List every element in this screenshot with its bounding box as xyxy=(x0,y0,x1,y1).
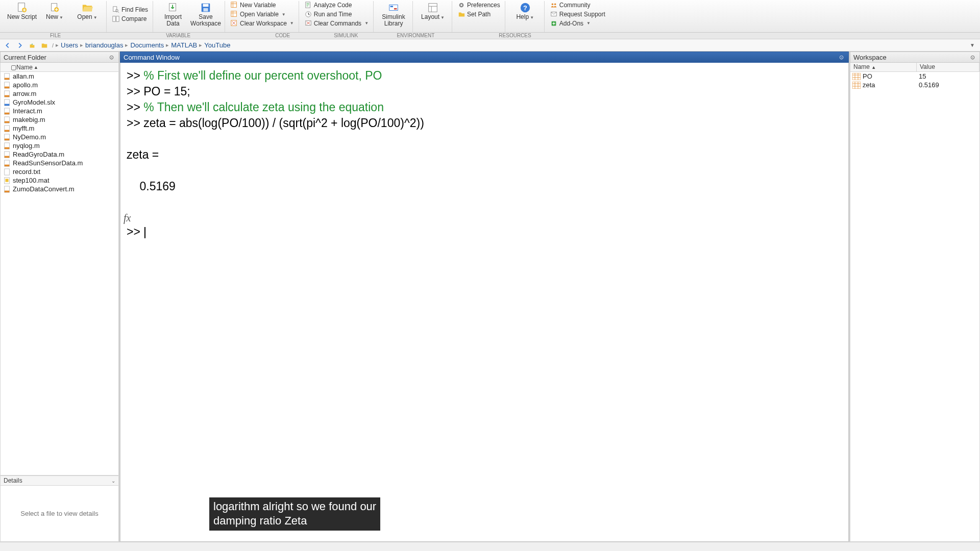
path-root-sep: / xyxy=(52,42,54,48)
workspace-columns[interactable]: Name ▲ Value xyxy=(850,63,980,72)
file-name: nyqlog.m xyxy=(13,142,40,149)
compare-icon xyxy=(112,15,119,22)
file-item[interactable]: nyqlog.m xyxy=(1,141,118,150)
breadcrumb-seg-0[interactable]: Users xyxy=(61,41,78,49)
import-data-button[interactable]: Import Data xyxy=(157,1,189,28)
workspace-header[interactable]: Workspace ⊙ xyxy=(850,52,980,63)
breadcrumb-seg-3[interactable]: MATLAB xyxy=(171,41,197,49)
simulink-icon xyxy=(388,2,399,13)
svg-rect-46 xyxy=(5,138,10,140)
command-window-body[interactable]: >> % First we'll define our percent over… xyxy=(120,63,849,542)
browse-folder-button[interactable] xyxy=(40,41,49,50)
file-icon xyxy=(4,151,11,158)
simulink-library-button[interactable]: Simulink Library xyxy=(378,1,409,28)
svg-text:?: ? xyxy=(523,4,527,12)
new-script-icon xyxy=(16,2,28,13)
file-item[interactable]: ZumoDataConvert.m xyxy=(1,185,118,193)
community-button[interactable]: Community xyxy=(549,1,607,10)
command-window-header[interactable]: Command Window ⊙ xyxy=(120,52,849,63)
address-bar: /▸ Users▸ briandouglas▸ Documents▸ MATLA… xyxy=(0,39,980,52)
svg-rect-32 xyxy=(5,78,10,80)
addons-icon xyxy=(550,20,557,27)
svg-point-28 xyxy=(554,4,556,6)
save-workspace-button[interactable]: Save Workspace xyxy=(190,1,222,28)
fx-indicator[interactable]: fx xyxy=(124,211,836,225)
breadcrumb-seg-4[interactable]: YouTube xyxy=(204,41,230,49)
file-name: step100.mat xyxy=(13,177,50,184)
nav-forward-button[interactable] xyxy=(15,41,24,50)
svg-rect-57 xyxy=(5,190,10,192)
file-icon xyxy=(4,90,11,97)
svg-rect-12 xyxy=(203,8,208,11)
nav-up-button[interactable] xyxy=(28,41,37,50)
new-button[interactable]: New▼ xyxy=(39,1,70,28)
file-item[interactable]: record.txt xyxy=(1,167,118,176)
details-header[interactable]: Details ⌄ xyxy=(0,475,119,486)
svg-rect-50 xyxy=(5,156,10,158)
set-path-button[interactable]: Set Path xyxy=(456,10,502,19)
open-variable-button[interactable]: Open Variable▼ xyxy=(229,10,296,19)
svg-rect-19 xyxy=(389,5,398,11)
support-icon xyxy=(550,11,557,18)
workspace-var-list[interactable]: PO15zeta0.5169 xyxy=(850,72,980,542)
clear-workspace-button[interactable]: Clear Workspace▼ xyxy=(229,19,296,28)
file-item[interactable]: myfft.m xyxy=(1,124,118,133)
current-folder-column-header[interactable]: ▢ Name▲ xyxy=(0,63,119,72)
variable-value: 0.5169 xyxy=(916,81,979,89)
svg-rect-44 xyxy=(5,130,10,132)
help-button[interactable]: ? Help▼ xyxy=(509,1,541,28)
clear-commands-button[interactable]: Clear Commands▼ xyxy=(303,19,370,28)
set-path-icon xyxy=(458,11,465,18)
current-folder-file-list[interactable]: allan.mapollo.marrow.mGyroModel.slxInter… xyxy=(0,72,119,475)
panel-actions-icon[interactable]: ⊙ xyxy=(968,53,976,61)
svg-rect-53 xyxy=(5,168,10,174)
file-name: record.txt xyxy=(13,168,40,176)
file-item[interactable]: apollo.m xyxy=(1,81,118,89)
file-name: apollo.m xyxy=(13,81,38,89)
addons-button[interactable]: Add-Ons▼ xyxy=(549,19,607,28)
preferences-button[interactable]: Preferences xyxy=(456,1,502,10)
gear-icon xyxy=(458,2,465,9)
svg-rect-52 xyxy=(5,164,10,166)
file-item[interactable]: step100.mat xyxy=(1,176,118,185)
analyze-code-button[interactable]: Analyze Code xyxy=(303,1,370,10)
variable-icon xyxy=(852,82,861,89)
compare-button[interactable]: Compare xyxy=(111,15,150,23)
workspace-variable-row[interactable]: zeta0.5169 xyxy=(850,81,979,89)
path-dropdown[interactable]: ▼ xyxy=(968,42,977,48)
file-icon xyxy=(4,73,11,80)
current-folder-header[interactable]: Current Folder ⊙ xyxy=(0,52,119,63)
file-name: myfft.m xyxy=(13,124,34,132)
svg-rect-5 xyxy=(113,7,117,12)
file-item[interactable]: ReadSunSensorData.m xyxy=(1,159,118,167)
file-item[interactable]: GyroModel.slx xyxy=(1,98,118,107)
import-data-icon xyxy=(167,2,179,13)
file-icon xyxy=(4,177,11,184)
run-and-time-button[interactable]: Run and Time xyxy=(303,10,370,19)
open-button[interactable]: Open▼ xyxy=(71,1,103,28)
breadcrumb-seg-2[interactable]: Documents xyxy=(130,41,164,49)
file-icon xyxy=(4,142,11,149)
find-files-button[interactable]: Find Files xyxy=(111,6,150,14)
details-body: Select a file to view details xyxy=(0,486,119,542)
command-window-panel: Command Window ⊙ >> % First we'll define… xyxy=(120,52,850,542)
file-item[interactable]: ReadGyroData.m xyxy=(1,150,118,159)
file-item[interactable]: NyDemo.m xyxy=(1,133,118,141)
svg-rect-13 xyxy=(231,2,237,8)
layout-button[interactable]: Layout▼ xyxy=(417,1,449,28)
new-variable-button[interactable]: New Variable xyxy=(229,1,296,10)
breadcrumb-seg-1[interactable]: briandouglas xyxy=(85,41,123,49)
panel-actions-icon[interactable]: ⊙ xyxy=(107,53,115,61)
panel-actions-icon[interactable]: ⊙ xyxy=(837,53,845,61)
community-icon xyxy=(550,2,557,9)
request-support-button[interactable]: Request Support xyxy=(549,10,607,19)
file-item[interactable]: Interact.m xyxy=(1,107,118,115)
file-item[interactable]: allan.m xyxy=(1,72,118,81)
svg-point-24 xyxy=(460,5,462,7)
file-icon xyxy=(4,125,11,132)
file-item[interactable]: makebig.m xyxy=(1,115,118,124)
new-script-button[interactable]: New Script xyxy=(6,1,38,28)
nav-back-button[interactable] xyxy=(3,41,12,50)
workspace-variable-row[interactable]: PO15 xyxy=(850,72,979,81)
file-item[interactable]: arrow.m xyxy=(1,89,118,98)
